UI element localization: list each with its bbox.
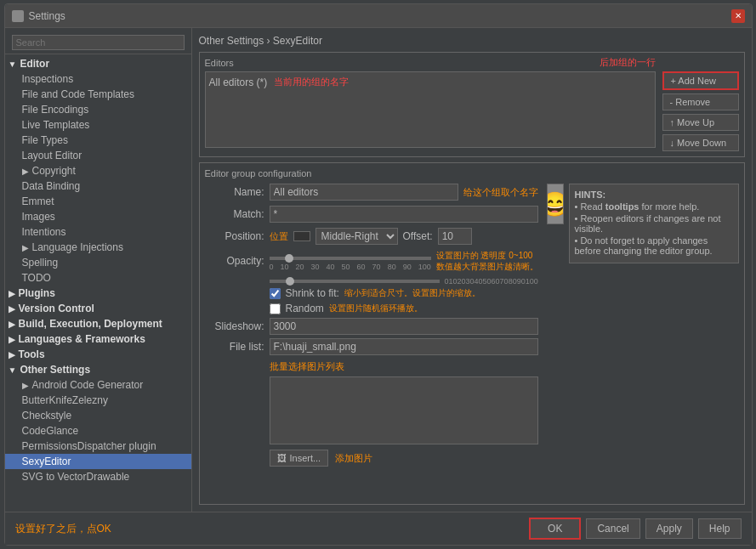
editors-section-body: All editors (*) 当前用的组的名字 后加组的一行 + Add Ne… (205, 71, 739, 151)
opacity-annotation: 设置图片的 透明度 0~100数值越大背景图片越清晰。 (436, 250, 538, 272)
random-annotation: 设置图片随机循环播放。 (329, 303, 423, 314)
shrink-checkbox[interactable] (270, 288, 281, 299)
offset-label: Offset: (403, 230, 433, 242)
position-row: Position: 位置 Middle-Right Top-Left Top-R… (205, 228, 538, 245)
sidebar-item-version-control[interactable]: ▶ Version Control (5, 301, 191, 316)
position-annotation: 位置 (270, 230, 288, 243)
ok-button[interactable]: OK (529, 518, 581, 540)
sidebar-item-file-encodings[interactable]: File Encodings (5, 102, 191, 117)
sidebar-item-butterknife[interactable]: ButterKnifeZelezny (5, 393, 191, 408)
sidebar-item-checkstyle[interactable]: Checkstyle (5, 408, 191, 423)
move-up-button[interactable]: ↑ Move Up (662, 114, 739, 131)
search-input[interactable] (12, 35, 185, 50)
sidebar-item-plugins[interactable]: ▶ Plugins (5, 286, 191, 301)
editors-section-title: Editors (205, 58, 739, 68)
slideshow-label: Slideshow: (205, 320, 264, 332)
title-bar-text: Settings (29, 10, 731, 22)
config-left: Name: 给这个组取个名字 Match: Position: 位置 (205, 184, 538, 467)
editors-list-area: All editors (*) 当前用的组的名字 (205, 71, 656, 148)
editors-buttons: + Add New - Remove ↑ Move Up ↓ Move Down (662, 71, 739, 151)
opacity-row-inner: Opacity: 0102030405060708090100 设置图片的 透明… (205, 250, 538, 272)
match-label: Match: (205, 208, 264, 220)
breadcrumb: Other Settings › SexyEditor (199, 35, 745, 47)
editors-all-label: All editors (*) (209, 76, 268, 88)
dialog-body: ▼ Editor Inspections File and Code Templ… (5, 28, 752, 512)
cancel-button[interactable]: Cancel (586, 518, 639, 539)
opacity-row: Opacity: 0102030405060708090100 设置图片的 透明… (205, 250, 538, 272)
sidebar-item-layout-editor[interactable]: Layout Editor (5, 148, 191, 163)
offset-input[interactable] (438, 228, 472, 245)
shrink-slider-labels: 0102030405060708090100 (445, 277, 538, 286)
hints-title: HINTS: (575, 190, 733, 200)
apply-button[interactable]: Apply (645, 518, 693, 539)
sidebar-item-build[interactable]: ▶ Build, Execution, Deployment (5, 316, 191, 331)
insert-icon: 🖼 (277, 453, 287, 463)
hints-box: HINTS: • Read tooltips for more help. • … (569, 184, 739, 263)
sidebar-item-language-injections[interactable]: ▶ Language Injections (5, 240, 191, 255)
add-new-button[interactable]: + Add New (662, 71, 739, 90)
sidebar-item-copyright[interactable]: ▶ Copyright (5, 163, 191, 178)
opacity-slider-labels: 0102030405060708090100 (270, 263, 431, 271)
sidebar-item-codeglance[interactable]: CodeGlance (5, 423, 191, 439)
sidebar-item-images[interactable]: Images (5, 209, 191, 224)
hint-line-2: • Reopen editors if changes are not visi… (575, 213, 733, 234)
bottom-annotation: 设置好了之后，点OK (15, 522, 525, 536)
sidebar-item-spelling[interactable]: Spelling (5, 255, 191, 270)
sidebar-item-file-and-code-templates[interactable]: File and Code Templates (5, 87, 191, 102)
sidebar-item-inspections[interactable]: Inspections (5, 71, 191, 87)
sidebar-item-svg-to-vector[interactable]: SVG to VectorDrawable (5, 469, 191, 484)
match-input[interactable] (270, 206, 538, 223)
sidebar-item-editor[interactable]: ▼ Editor (5, 56, 191, 71)
sidebar-item-tools[interactable]: ▶ Tools (5, 347, 191, 362)
sidebar-item-sexyeditor[interactable]: SexyEditor (5, 454, 191, 469)
opacity-slider-wrap: 0102030405060708090100 (270, 251, 431, 271)
sidebar-search (5, 31, 191, 54)
sidebar-item-live-templates[interactable]: Live Templates (5, 117, 191, 133)
hints-avatar: 😄 HINTS: • Read tooltips for more help. … (547, 184, 739, 263)
vc-icon: ▶ (9, 304, 15, 314)
sidebar-item-permissions-dispatcher[interactable]: PermissionsDispatcher plugin (5, 439, 191, 454)
lang-icon: ▶ (9, 335, 15, 344)
slideshow-input[interactable] (270, 318, 538, 335)
opacity-slider[interactable] (270, 257, 431, 260)
hint-line-3: • Do not forget to apply changes before … (575, 235, 733, 256)
remove-button[interactable]: - Remove (662, 93, 739, 110)
annotation-current-group: 当前用的组的名字 (274, 76, 349, 88)
close-button[interactable]: ✕ (731, 9, 745, 23)
insert-button[interactable]: 🖼 Insert... (270, 450, 329, 467)
sidebar-item-data-binding[interactable]: Data Binding (5, 178, 191, 194)
avatar-image: 😄 (547, 184, 564, 224)
file-list-row: File list: (205, 338, 538, 355)
collapse-icon: ▼ (9, 59, 17, 69)
insert-row: 🖼 Insert... 添加图片 (270, 450, 538, 467)
acg-icon: ▶ (22, 381, 29, 390)
sidebar-item-todo[interactable]: TODO (5, 270, 191, 286)
other-icon: ▼ (9, 365, 17, 375)
random-row: Random 设置图片随机循环播放。 (205, 303, 538, 314)
position-color-swatch (293, 231, 310, 241)
lang-inject-expand-icon: ▶ (22, 243, 29, 252)
position-select[interactable]: Middle-Right Top-Left Top-Right Bottom-L… (315, 228, 398, 245)
sidebar-item-other-settings[interactable]: ▼ Other Settings (5, 362, 191, 377)
plugins-icon: ▶ (9, 289, 15, 298)
random-checkbox[interactable] (270, 303, 281, 314)
sidebar-item-emmet[interactable]: Emmet (5, 194, 191, 209)
shrink-label: Shrink to fit: (286, 287, 339, 299)
sidebar-item-android-code-gen[interactable]: ▶ Android Code Generator (5, 377, 191, 393)
shrink-slider[interactable] (270, 280, 440, 283)
sidebar-item-file-types[interactable]: File Types (5, 133, 191, 148)
shrink-annotation: 缩小到适合尺寸。设置图片的缩放。 (344, 287, 480, 299)
sidebar-item-intentions[interactable]: Intentions (5, 224, 191, 240)
name-input[interactable] (270, 184, 458, 201)
move-down-button[interactable]: ↓ Move Down (662, 134, 739, 151)
insert-annotation: 添加图片 (335, 452, 372, 465)
config-section-title: Editor group configuration (205, 168, 739, 178)
build-icon: ▶ (9, 320, 15, 329)
file-list-area[interactable] (270, 376, 538, 444)
file-list-input[interactable] (270, 338, 538, 355)
file-list-annotation: 批量选择图片列表 (270, 360, 538, 373)
file-list-label: File list: (205, 341, 264, 353)
editors-list-wrapper: All editors (*) 当前用的组的名字 后加组的一行 (205, 71, 656, 151)
sidebar-item-languages[interactable]: ▶ Languages & Frameworks (5, 331, 191, 347)
help-button[interactable]: Help (698, 518, 742, 539)
